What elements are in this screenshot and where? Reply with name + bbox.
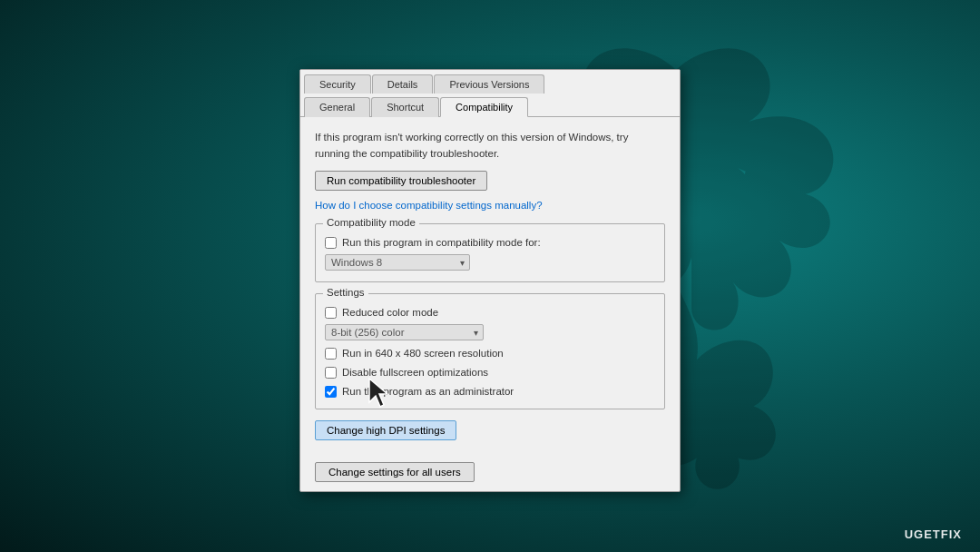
- settings-group-label: Settings: [323, 287, 368, 298]
- run-as-admin-checkbox[interactable]: [325, 386, 337, 398]
- disable-fullscreen-checkbox[interactable]: [325, 367, 337, 379]
- color-depth-dropdown[interactable]: 8-bit (256) color: [325, 324, 484, 340]
- dpi-button-row: Change high DPI settings: [315, 420, 665, 444]
- tab-row-1: Security Details Previous Versions: [300, 70, 680, 93]
- compat-os-dropdown[interactable]: Windows 8: [325, 254, 470, 271]
- tab-compatibility[interactable]: Compatibility: [440, 97, 528, 117]
- change-dpi-button[interactable]: Change high DPI settings: [315, 420, 456, 440]
- cursor-arrow-icon: [368, 377, 395, 409]
- reduced-color-row: Reduced color mode: [325, 307, 655, 319]
- tab-security[interactable]: Security: [304, 74, 371, 94]
- compat-mode-text: Run this program in compatibility mode f…: [342, 237, 541, 248]
- compatibility-mode-group: Compatibility mode Run this program in c…: [315, 223, 665, 282]
- compat-dropdown-row: Windows 8: [325, 254, 655, 271]
- info-text: If this program isn't working correctly …: [315, 130, 665, 162]
- disable-fullscreen-label: Disable fullscreen optimizations: [342, 367, 488, 378]
- run-640-label: Run in 640 x 480 screen resolution: [342, 348, 504, 359]
- tab-shortcut[interactable]: Shortcut: [371, 97, 439, 117]
- tab-bar: Security Details Previous Versions Gener…: [300, 70, 680, 117]
- run-troubleshooter-button[interactable]: Run compatibility troubleshooter: [315, 171, 487, 191]
- color-dropdown-wrapper: 8-bit (256) color: [325, 324, 484, 340]
- watermark: UGETFIX: [905, 527, 962, 541]
- reduced-color-checkbox[interactable]: [325, 307, 337, 319]
- tab-previous-versions[interactable]: Previous Versions: [434, 74, 544, 94]
- dialog-actions: Change settings for all users: [300, 457, 680, 491]
- reduced-color-label: Reduced color mode: [342, 307, 438, 318]
- color-dropdown-row: 8-bit (256) color: [325, 324, 655, 340]
- tab-general[interactable]: General: [304, 97, 370, 117]
- run-640-checkbox[interactable]: [325, 348, 337, 360]
- dialog-content: If this program isn't working correctly …: [300, 117, 680, 457]
- svg-marker-0: [369, 379, 387, 407]
- run-640-row: Run in 640 x 480 screen resolution: [325, 348, 655, 360]
- compat-dropdown-wrapper: Windows 8: [325, 254, 470, 271]
- tab-row-2: General Shortcut Compatibility: [300, 93, 680, 116]
- compat-checkbox-row: Run this program in compatibility mode f…: [325, 237, 655, 249]
- properties-dialog: Security Details Previous Versions Gener…: [299, 69, 681, 492]
- change-settings-all-button[interactable]: Change settings for all users: [315, 462, 475, 482]
- tab-details[interactable]: Details: [372, 74, 434, 94]
- compat-mode-checkbox[interactable]: [325, 237, 337, 249]
- choose-settings-link[interactable]: How do I choose compatibility settings m…: [315, 200, 665, 211]
- compatibility-mode-label: Compatibility mode: [323, 217, 419, 228]
